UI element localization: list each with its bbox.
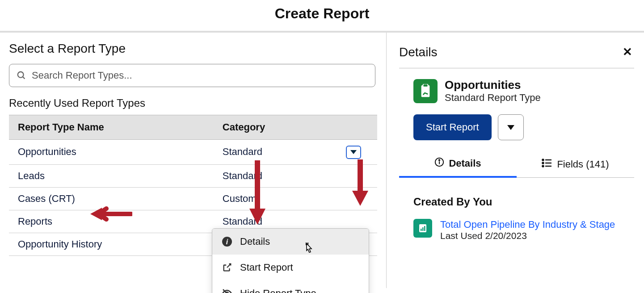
table-row[interactable]: Opportunities Standard [9, 140, 377, 165]
report-type-block: Opportunities Standard Report Type [399, 78, 634, 104]
action-row: Start Report [399, 114, 634, 140]
dropdown-item-start-report[interactable]: Start Report [212, 255, 369, 280]
chevron-down-icon [507, 125, 514, 130]
subsection-title: Recently Used Report Types [9, 97, 377, 109]
cell-category: Standard [214, 140, 333, 165]
report-icon [413, 219, 432, 238]
table-row[interactable]: Leads Standard [9, 164, 377, 187]
svg-point-0 [18, 72, 24, 78]
tab-label: Details [449, 158, 481, 169]
dropdown-item-hide[interactable]: Hide Report Type [212, 280, 369, 293]
section-title: Select a Report Type [9, 42, 377, 56]
table-row[interactable]: Cases (CRT) Custom [9, 187, 377, 210]
dropdown-item-details[interactable]: i Details [212, 229, 369, 255]
content-area: Select a Report Type Recently Used Repor… [0, 33, 644, 288]
report-type-icon [413, 79, 438, 103]
info-icon [434, 157, 444, 170]
left-panel: Select a Report Type Recently Used Repor… [0, 33, 387, 288]
dropdown-label: Start Report [240, 262, 293, 273]
cell-name: Cases (CRT) [9, 187, 214, 210]
details-header: Details ✕ [399, 43, 634, 68]
svg-rect-26 [422, 227, 424, 231]
chevron-down-icon [350, 150, 357, 154]
svg-point-20 [543, 162, 544, 163]
svg-point-18 [543, 159, 544, 160]
external-link-icon [221, 262, 233, 273]
col-name[interactable]: Report Type Name [9, 115, 214, 140]
svg-text:i: i [226, 238, 228, 246]
report-link[interactable]: Total Open Pipeline By Industry & Stage [440, 219, 615, 230]
cell-category: Custom [214, 187, 333, 210]
cell-name: Leads [9, 164, 214, 187]
cell-category: Standard [214, 164, 333, 187]
col-actions [333, 115, 377, 140]
info-icon: i [221, 236, 233, 247]
created-by-heading: Created By You [399, 196, 634, 208]
col-category[interactable]: Category [214, 115, 333, 140]
svg-rect-25 [421, 229, 422, 231]
details-title: Details [399, 45, 438, 59]
details-panel: Details ✕ Opportunities Standard Report … [387, 33, 644, 288]
svg-point-22 [543, 165, 544, 167]
hide-icon [221, 288, 233, 293]
more-actions-button[interactable] [498, 114, 524, 140]
tab-details[interactable]: Details [399, 157, 517, 178]
cell-name: Opportunities [9, 140, 214, 165]
dropdown-label: Details [240, 236, 270, 247]
start-report-button[interactable]: Start Report [413, 114, 492, 140]
report-link-row: Total Open Pipeline By Industry & Stage … [399, 219, 634, 241]
close-button[interactable]: ✕ [621, 43, 634, 61]
list-icon [542, 158, 552, 171]
page-title: Create Report [0, 0, 644, 31]
table-header-row: Report Type Name Category [9, 115, 377, 140]
tab-fields[interactable]: Fields (141) [517, 157, 634, 177]
svg-rect-27 [424, 226, 425, 231]
search-icon [17, 71, 26, 80]
svg-point-17 [439, 159, 440, 160]
cell-name: Reports [9, 210, 214, 233]
details-tabs: Details Fields (141) [399, 157, 634, 178]
dropdown-label: Hide Report Type [240, 288, 316, 293]
report-type-name: Opportunities [445, 78, 541, 92]
row-dropdown-menu: i Details Start Report Hide Repor [212, 228, 369, 293]
cell-name: Opportunity History [9, 233, 214, 255]
row-menu-button[interactable] [346, 146, 361, 159]
search-box[interactable] [9, 64, 375, 87]
report-type-subtitle: Standard Report Type [445, 92, 541, 104]
svg-line-1 [23, 77, 25, 79]
svg-rect-14 [423, 84, 428, 87]
search-input[interactable] [32, 70, 368, 81]
report-last-used: Last Used 2/20/2023 [440, 230, 615, 241]
tab-label: Fields (141) [557, 159, 609, 170]
